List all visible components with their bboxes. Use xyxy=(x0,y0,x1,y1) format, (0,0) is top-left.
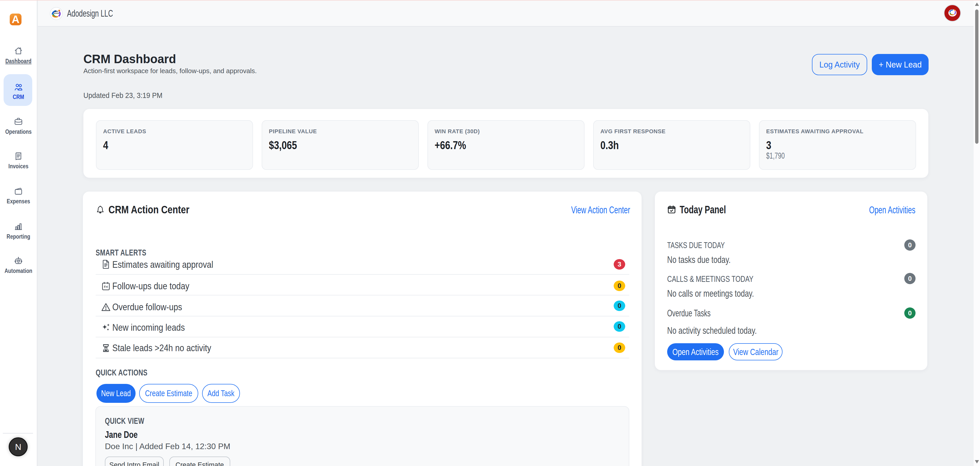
svg-text:Fri: Fri xyxy=(104,285,108,288)
svg-text:ADO: ADO xyxy=(54,11,58,12)
svg-text:DESIGN: DESIGN xyxy=(54,13,59,14)
